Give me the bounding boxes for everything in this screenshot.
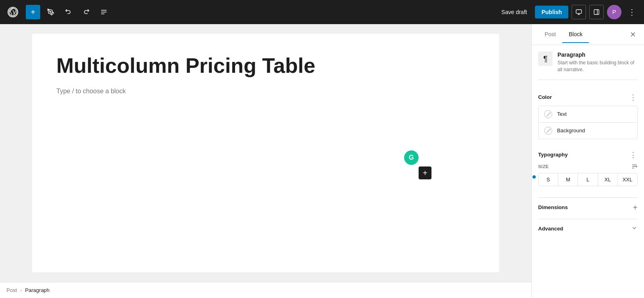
color-section: Text Background: [538, 106, 638, 139]
breadcrumb: Post › Paragraph: [0, 282, 531, 298]
post-title[interactable]: Multicolumn Pricing Table: [56, 53, 338, 78]
view-button[interactable]: [572, 5, 586, 19]
breadcrumb-paragraph: Paragraph: [25, 287, 50, 293]
size-m-button[interactable]: M: [558, 173, 578, 186]
block-info-text: Paragraph Start with the basic building …: [557, 51, 638, 73]
typography-section-title: Typography: [538, 152, 568, 158]
grammarly-icon: G: [404, 150, 419, 165]
size-buttons: S M L XL XXL: [538, 173, 638, 186]
background-color-circle: [544, 127, 552, 135]
advanced-chevron-icon: [631, 225, 638, 232]
text-color-label: Text: [557, 111, 567, 117]
block-name-label: Paragraph: [557, 51, 638, 58]
publish-button[interactable]: Publish: [535, 6, 568, 18]
advanced-section-title: Advanced: [538, 226, 563, 232]
dimensions-section: Dimensions +: [538, 197, 638, 216]
dimensions-add-button[interactable]: +: [633, 203, 638, 212]
breadcrumb-separator: ›: [20, 287, 22, 293]
save-draft-button[interactable]: Save draft: [497, 6, 532, 18]
add-block-toolbar-button[interactable]: +: [26, 5, 40, 19]
editor-area: Multicolumn Pricing Table Type / to choo…: [0, 24, 531, 298]
wp-logo: [5, 4, 21, 20]
color-section-header: Color ⋮: [538, 88, 638, 106]
typography-section-header: Typography ⋮: [538, 146, 638, 163]
tab-block[interactable]: Block: [562, 26, 589, 43]
background-color-label: Background: [557, 127, 585, 134]
paragraph-block-icon: ¶: [538, 51, 553, 66]
typography-section-more-button[interactable]: ⋮: [629, 150, 638, 160]
size-l-button[interactable]: L: [578, 173, 598, 186]
typography-indicator: [533, 175, 536, 179]
color-section-more-button[interactable]: ⋮: [629, 92, 638, 103]
color-section-title: Color: [538, 94, 552, 100]
add-block-inline-button[interactable]: +: [419, 166, 431, 179]
size-xl-button[interactable]: XL: [598, 173, 618, 186]
more-options-button[interactable]: ⋮: [625, 6, 639, 18]
sidebar-body: ¶ Paragraph Start with the basic buildin…: [532, 45, 644, 298]
placeholder-text: Type / to choose a block: [56, 88, 126, 95]
sidebar: Post Block ✕ ¶ Paragraph Start with the …: [531, 24, 644, 298]
tab-post[interactable]: Post: [538, 26, 562, 43]
main-layout: Multicolumn Pricing Table Type / to choo…: [0, 24, 644, 298]
sidebar-toggle-button[interactable]: [589, 5, 604, 19]
breadcrumb-post[interactable]: Post: [6, 287, 17, 293]
background-color-row[interactable]: Background: [539, 123, 637, 139]
size-label: SIZE: [538, 163, 638, 170]
svg-point-1: [50, 11, 51, 12]
size-xxl-button[interactable]: XXL: [618, 173, 637, 186]
dimensions-header: Dimensions +: [538, 199, 638, 216]
advanced-section: Advanced: [538, 219, 638, 236]
user-avatar[interactable]: P: [607, 5, 621, 19]
advanced-header[interactable]: Advanced: [538, 221, 638, 236]
tools-button[interactable]: [43, 5, 58, 19]
svg-rect-6: [594, 10, 599, 14]
dimensions-section-title: Dimensions: [538, 204, 568, 210]
size-s-button[interactable]: S: [539, 173, 558, 186]
toolbar: + Save draft Publish P ⋮: [0, 0, 644, 24]
document-overview-button[interactable]: [97, 5, 111, 19]
svg-rect-5: [576, 10, 581, 13]
block-placeholder: Type / to choose a block: [56, 88, 475, 95]
block-info: ¶ Paragraph Start with the basic buildin…: [538, 51, 638, 80]
sidebar-header: Post Block ✕: [532, 24, 644, 45]
redo-button[interactable]: [79, 5, 93, 19]
sidebar-close-button[interactable]: ✕: [628, 29, 638, 41]
block-description: Start with the basic building block of a…: [557, 60, 638, 73]
size-controls-button[interactable]: [631, 163, 638, 170]
undo-button[interactable]: [61, 5, 76, 19]
editor-content[interactable]: Multicolumn Pricing Table Type / to choo…: [32, 34, 499, 272]
typography-section: Typography ⋮ SIZE: [538, 146, 638, 191]
text-color-row[interactable]: Text: [539, 106, 637, 123]
text-color-circle: [544, 110, 552, 118]
